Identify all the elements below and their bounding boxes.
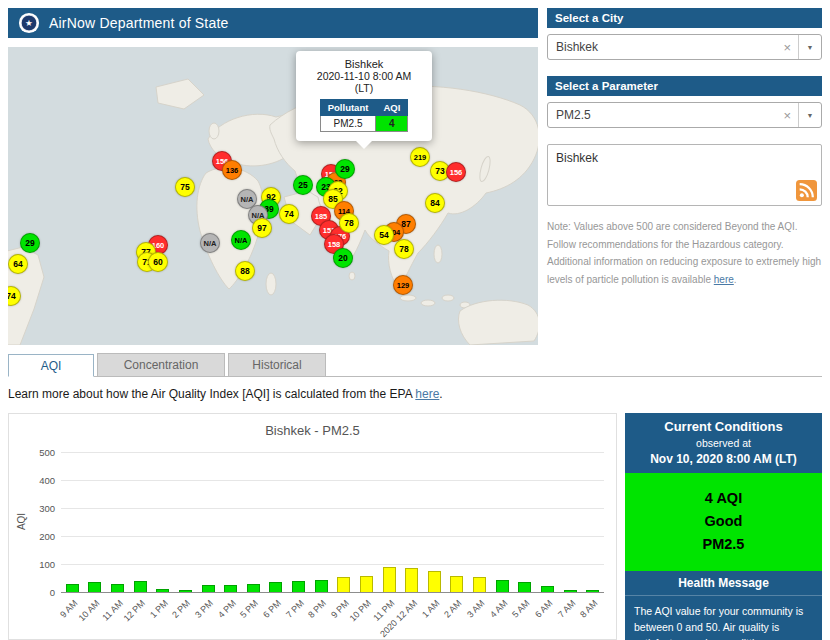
observed-at-time: Nov 10, 2020 8:00 AM (LT) xyxy=(629,452,818,466)
city-select[interactable]: Bishkek × ▼ xyxy=(547,34,822,60)
chart-x-tick-label: 6 PM xyxy=(261,598,283,620)
aqi-marker[interactable]: 78 xyxy=(394,239,414,259)
chart-bar xyxy=(66,584,79,592)
chart-y-tick-label: 500 xyxy=(25,447,55,458)
chart-bar xyxy=(337,577,350,592)
chart-x-tick-label: 4 AM xyxy=(488,598,510,620)
city-clear-icon[interactable]: × xyxy=(776,40,798,55)
chart-y-tick-label: 100 xyxy=(25,559,55,570)
tab-concentration[interactable]: Concentration xyxy=(97,353,225,376)
chart-x-tick-label: 6 AM xyxy=(533,598,555,620)
chart-x-tick-label: 3 AM xyxy=(465,598,487,620)
current-aqi-parameter: PM2.5 xyxy=(625,533,822,556)
aqi-marker[interactable]: 129 xyxy=(393,275,413,295)
aqi-marker[interactable]: 75 xyxy=(175,177,195,197)
chart-gridline xyxy=(61,452,604,453)
top-section: ★ AirNow Department of State xyxy=(8,8,822,345)
aqi-marker[interactable]: N/A xyxy=(200,233,220,253)
aqi-marker[interactable]: 219 xyxy=(410,147,430,167)
chart-plot: 01002003004005009 AM10 AM11 AM12 PM1 PM2… xyxy=(61,452,604,592)
parameter-dropdown-arrow-icon[interactable]: ▼ xyxy=(798,103,821,127)
chart-bar xyxy=(315,580,328,592)
popup-city: Bishkek xyxy=(302,58,426,70)
note-period: . xyxy=(734,274,737,285)
tab-aqi[interactable]: AQI xyxy=(8,354,94,377)
parameter-clear-icon[interactable]: × xyxy=(776,108,798,123)
epa-here-link[interactable]: here xyxy=(415,387,439,401)
parameter-select[interactable]: PM2.5 × ▼ xyxy=(547,102,822,128)
chart-x-tick-label: 7 PM xyxy=(284,598,306,620)
aqi-marker[interactable]: 25 xyxy=(293,175,313,195)
aqi-marker[interactable]: N/A xyxy=(231,230,251,250)
chart-y-tick-label: 300 xyxy=(25,503,55,514)
chart-bar xyxy=(383,567,396,592)
chart-bar xyxy=(156,589,169,592)
app-title: AirNow Department of State xyxy=(49,15,229,31)
world-map[interactable]: 29647475156136N/A9239N/A7497160777160N/A… xyxy=(8,47,538,345)
chart-x-tick-label: 10 PM xyxy=(348,598,373,623)
health-message-body: The AQI value for your community is betw… xyxy=(625,596,822,640)
aqi-marker[interactable]: 29 xyxy=(20,233,40,253)
chart-bar xyxy=(564,590,577,592)
chart-title: Bishkek - PM2.5 xyxy=(9,423,616,438)
chart-x-tick-label: 2 AM xyxy=(442,598,464,620)
map-column: ★ AirNow Department of State xyxy=(8,8,538,345)
chart-bar xyxy=(428,571,441,592)
chart-bar xyxy=(269,582,282,592)
popup-datetime: 2020-11-10 8:00 AM xyxy=(302,70,426,82)
chart-y-tick-label: 200 xyxy=(25,531,55,542)
aqi-marker[interactable]: 97 xyxy=(252,218,272,238)
chart-bar xyxy=(111,584,124,592)
feed-city-label: Bishkek xyxy=(556,151,598,165)
rss-feed-icon[interactable] xyxy=(796,180,817,201)
chart-bar xyxy=(202,585,215,592)
aqi-marker[interactable]: 88 xyxy=(235,261,255,281)
chart-bar xyxy=(405,568,418,592)
chart-bar xyxy=(134,581,147,592)
learn-more-text: Learn more about how the Air Quality Ind… xyxy=(8,387,822,401)
observed-at-label: observed at xyxy=(629,437,818,449)
svg-text:★: ★ xyxy=(25,18,33,28)
chart-gridline xyxy=(61,536,604,537)
aqi-marker[interactable]: 60 xyxy=(148,252,168,272)
popup-col-aqi: AQI xyxy=(376,100,408,116)
chart-bar xyxy=(586,590,599,592)
health-message-title: Health Message xyxy=(625,571,822,596)
aqi-marker[interactable]: 29 xyxy=(335,159,355,179)
chart-y-tick-label: 0 xyxy=(25,587,55,598)
aqi-marker[interactable]: 64 xyxy=(8,254,28,274)
chart-bar xyxy=(179,590,192,592)
app-header: ★ AirNow Department of State xyxy=(8,8,538,38)
chart-gridline xyxy=(61,564,604,565)
learn-more-period: . xyxy=(439,387,442,401)
note-text: Note: Values above 500 are considered Be… xyxy=(547,221,821,285)
chart-bar xyxy=(496,580,509,592)
popup-pollutant-value: PM2.5 xyxy=(320,116,376,132)
select-parameter-header: Select a Parameter xyxy=(547,76,822,96)
aqi-marker[interactable]: 20 xyxy=(333,248,353,268)
aqi-marker[interactable]: 78 xyxy=(339,213,359,233)
state-department-seal-logo: ★ xyxy=(18,12,40,34)
chart-bar xyxy=(541,586,554,592)
aqi-marker[interactable]: 136 xyxy=(222,160,242,180)
chart-y-axis-label: AQI xyxy=(16,513,27,530)
chart-bar xyxy=(247,584,260,592)
tab-historical[interactable]: Historical xyxy=(228,353,326,376)
learn-more-prefix: Learn more about how the Air Quality Ind… xyxy=(8,387,415,401)
note-here-link[interactable]: here xyxy=(714,274,734,285)
map-popup: Bishkek 2020-11-10 8:00 AM (LT) Pollutan… xyxy=(296,51,432,141)
chart-x-tick-label: 1 AM xyxy=(420,598,442,620)
aqi-marker[interactable]: 74 xyxy=(279,204,299,224)
city-dropdown-arrow-icon[interactable]: ▼ xyxy=(798,35,821,59)
chart-gridline xyxy=(61,480,604,481)
aqi-marker[interactable]: 156 xyxy=(446,162,466,182)
current-aqi-value: 4 AQI xyxy=(625,487,822,510)
current-aqi-box: 4 AQI Good PM2.5 xyxy=(625,473,822,571)
chart-bar xyxy=(360,576,373,592)
city-feed-box: Bishkek xyxy=(547,144,822,206)
aqi-marker[interactable]: 84 xyxy=(425,193,445,213)
chart-gridline xyxy=(61,508,604,509)
aqi-marker[interactable]: 54 xyxy=(374,225,394,245)
chart-bar xyxy=(88,582,101,592)
chart-x-tick-label: 11 AM xyxy=(100,598,125,623)
